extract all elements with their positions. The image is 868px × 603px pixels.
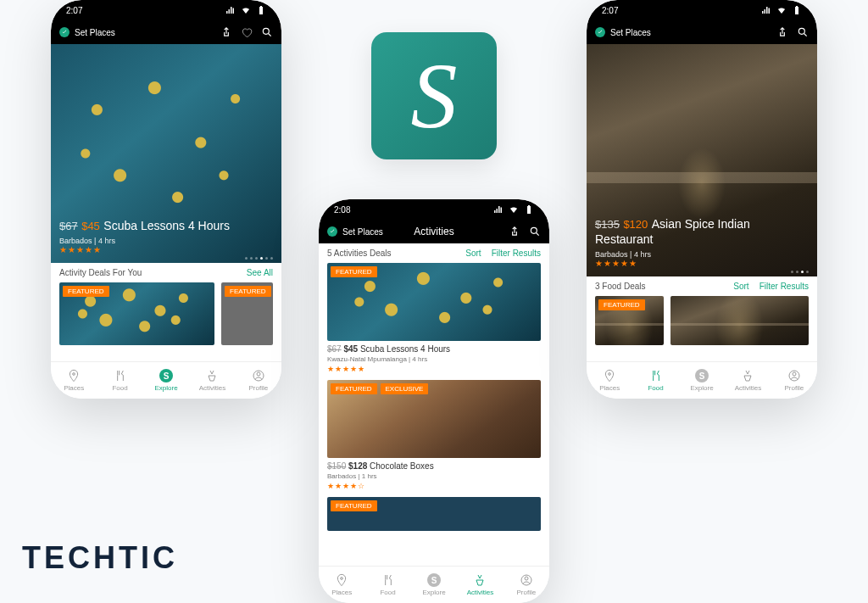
search-icon[interactable] [261,26,273,38]
price-new: $45 [343,344,358,354]
share-icon[interactable] [509,226,520,237]
svg-point-11 [793,372,796,376]
wifi-icon [776,5,787,15]
wifi-icon [241,5,251,15]
svg-point-8 [798,28,804,34]
tab-food[interactable]: Food [97,362,142,399]
hero-location: Barbados [59,237,92,245]
activity-card[interactable]: FEATUREDEXCLUSIVE $150 $128 Chocolate Bo… [327,380,541,490]
deals-count: 3 Food Deals [595,282,645,291]
phone-explore: 2:07 Set Places $67 $45 Scuba Lessons 4 … [51,0,281,399]
hero-title: Scuba Lessons 4 Hours [103,219,230,232]
share-icon[interactable] [776,26,788,38]
tab-activities[interactable]: Activities [189,362,235,399]
deal-card[interactable]: FEATURED [221,282,273,345]
sort-link[interactable]: Sort [733,282,748,291]
status-time: 2:08 [334,205,350,215]
set-places-label[interactable]: Set Places [610,28,651,37]
price-old: $150 [327,461,346,471]
activity-card[interactable]: FEATURED [327,497,541,531]
price-new: $128 [348,461,367,471]
set-places-label[interactable]: Set Places [75,28,115,37]
card-location: Kwazu-Natal Mpumalanga [327,355,407,363]
section-title: Activity Deals For You [59,268,142,277]
logo-letter: S [411,42,458,150]
check-icon [59,27,70,37]
price-new: $45 [81,220,100,232]
card-title: Scuba Lessons 4 Hours [360,344,450,354]
status-bar: 2:08 [319,199,549,220]
activity-card[interactable]: FEATURED $67 $45 Scuba Lessons 4 Hours K… [327,263,541,373]
svg-point-7 [525,577,528,580]
hero-location: Barbados [595,250,628,259]
hero-duration: 4 hrs [634,250,651,259]
tab-explore[interactable]: SExplore [143,362,189,399]
featured-badge: FEATURED [331,500,377,511]
tab-profile[interactable]: Profile [504,567,549,603]
featured-badge: FEATURED [598,299,645,310]
price-old: $67 [327,344,342,354]
deal-card[interactable]: FEATURED [59,282,214,345]
wifi-icon [509,204,519,215]
hero-card[interactable]: $135 $120 Asian Spice Indian Restaurant … [587,44,817,276]
top-bar: Set Places [587,20,817,44]
exclusive-badge: EXCLUSIVE [381,383,429,394]
tab-food[interactable]: Food [364,567,410,603]
phone-food: 2:07 Set Places $135 $120 Asian Spice In… [587,0,817,399]
search-icon[interactable] [797,26,809,38]
list-header: 5 Activities Deals Sort Filter Results [319,243,549,263]
svg-point-3 [257,372,260,376]
list-header: 3 Food Deals Sort Filter Results [587,276,817,296]
hero-rating: ★★★★★ [595,259,809,268]
status-bar: 2:07 [587,0,817,20]
tab-activities[interactable]: Activities [725,362,771,399]
deals-count: 5 Activities Deals [327,248,392,258]
tab-profile[interactable]: Profile [771,362,817,399]
hero-card[interactable]: $67 $45 Scuba Lessons 4 Hours Barbados |… [51,44,281,263]
price-new: $120 [623,218,648,231]
status-time: 2:07 [602,6,618,15]
svg-point-9 [609,373,611,376]
tab-food[interactable]: Food [632,362,678,399]
heart-icon[interactable] [241,26,253,38]
screen-title: Activities [414,226,453,237]
brand-name: TECHTIC [22,540,178,576]
see-all-link[interactable]: See All [247,268,273,277]
tab-bar: Places Food SExplore Activities Profile [319,566,549,603]
app-logo: S [371,32,497,159]
featured-badge: FEATURED [225,286,271,297]
signal-icon [761,5,771,15]
tab-places[interactable]: Places [587,362,632,399]
sort-link[interactable]: Sort [465,248,481,258]
battery-icon [256,5,266,15]
top-bar: Set Places [51,20,281,44]
tab-activities[interactable]: Activities [457,567,503,603]
card-title: Chocolate Boxes [370,461,434,471]
tab-bar: Places Food SExplore Activities Profile [51,361,281,399]
search-icon[interactable] [529,226,541,237]
top-bar: Set Places Activities [319,220,549,243]
tab-profile[interactable]: Profile [236,362,281,399]
tab-explore[interactable]: SExplore [679,362,725,399]
deal-card[interactable] [670,296,809,345]
filter-link[interactable]: Filter Results [760,282,809,291]
card-duration: 1 hrs [362,472,377,480]
card-rating: ★★★★☆ [327,482,541,490]
check-icon [327,226,337,237]
share-icon[interactable] [220,26,232,38]
filter-link[interactable]: Filter Results [492,248,541,258]
featured-badge: FEATURED [63,286,109,297]
tab-places[interactable]: Places [319,567,364,603]
signal-icon [493,204,504,215]
deal-card[interactable]: FEATURED [595,296,664,345]
phone-activities: 2:08 Set Places Activities 5 Activities … [319,199,549,603]
battery-icon [792,5,802,15]
tab-bar: Places Food SExplore Activities Profile [587,361,817,399]
tab-places[interactable]: Places [51,362,97,399]
tab-explore[interactable]: SExplore [411,567,457,603]
battery-icon [524,204,534,215]
set-places-label[interactable]: Set Places [342,227,383,237]
svg-point-4 [531,227,537,233]
svg-point-1 [73,373,75,376]
card-rating: ★★★★★ [327,365,541,373]
